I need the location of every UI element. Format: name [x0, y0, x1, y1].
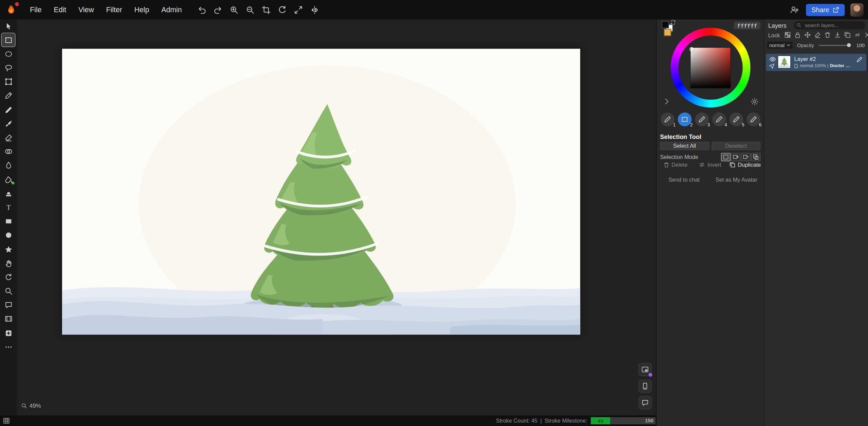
clipping-group-button[interactable] [864, 32, 868, 38]
paintbrush-icon [4, 120, 13, 128]
menu-edit[interactable]: Edit [48, 0, 73, 19]
hex-color-field[interactable] [734, 22, 760, 29]
transform-tool[interactable] [2, 75, 15, 88]
opacity-slider[interactable] [818, 45, 849, 46]
layer-row-selected[interactable]: Layer #2 normal 100% | Doctor … [766, 54, 866, 71]
zoom-in-button[interactable] [228, 4, 240, 16]
delete-selection-button[interactable]: Delete [658, 162, 693, 168]
reference-window-button[interactable] [638, 363, 652, 376]
comment-tool[interactable] [2, 299, 15, 312]
lasso-icon [4, 64, 13, 72]
reference-icon [641, 366, 649, 373]
more-tools[interactable] [2, 340, 15, 353]
layer-locate-button[interactable] [769, 63, 775, 69]
chat-panel-button[interactable] [638, 396, 652, 409]
saturation-value-marker[interactable] [690, 47, 694, 52]
brush-slot-1[interactable]: 1 [661, 113, 675, 126]
hand-tool[interactable] [2, 257, 15, 270]
select-all-button[interactable]: Select All [660, 142, 709, 150]
layer-search-input[interactable] [804, 22, 862, 29]
invert-selection-button[interactable]: Invert [693, 162, 728, 168]
canvas-viewport[interactable]: 49% [17, 19, 656, 415]
menu-help[interactable]: Help [128, 0, 155, 19]
layer-visibility-toggle[interactable] [769, 57, 776, 62]
hue-marker[interactable] [708, 29, 713, 34]
share-button[interactable]: Share [806, 4, 845, 16]
star-shape-tool[interactable] [2, 243, 15, 256]
eraser-tool[interactable] [2, 131, 15, 144]
foreground-color-swatch[interactable] [662, 21, 669, 28]
app-logo[interactable] [4, 2, 18, 17]
rotate-icon [4, 273, 13, 282]
table-view-button[interactable] [3, 417, 10, 424]
blend-tool[interactable] [2, 145, 15, 158]
clear-layer-button[interactable] [814, 32, 821, 38]
send-to-chat-button[interactable]: Send to chat [658, 177, 710, 183]
user-avatar[interactable] [850, 3, 864, 16]
redo-button[interactable] [212, 4, 224, 16]
brush-slot-6[interactable]: 6 [747, 113, 760, 126]
frames-tool[interactable] [2, 312, 15, 326]
menu-filter[interactable]: Filter [100, 0, 128, 19]
rotate-canvas-button[interactable] [276, 4, 288, 16]
merge-down-button[interactable] [834, 32, 841, 38]
saturation-value-picker[interactable] [690, 47, 731, 89]
lock-transparency-button[interactable] [784, 32, 791, 38]
marquee-select-tool[interactable] [2, 33, 15, 46]
selection-mode-replace[interactable] [721, 153, 731, 161]
pen-tool[interactable] [2, 89, 15, 102]
selection-mode-intersect[interactable] [751, 153, 760, 161]
clone-stamp-tool[interactable] [2, 187, 15, 200]
ellipse-select-tool[interactable] [2, 47, 15, 61]
layer-search-box[interactable] [794, 21, 865, 29]
brush-slot-3[interactable]: 3 [695, 113, 709, 126]
milestone-progress-fill: 45 [591, 417, 610, 424]
lock-layer-button[interactable] [794, 32, 801, 38]
brush-slot-2[interactable]: 2 [678, 113, 692, 126]
delete-layer-button[interactable] [824, 32, 831, 38]
crop-canvas-button[interactable] [260, 4, 272, 16]
layer-rename-button[interactable] [856, 57, 863, 63]
invite-user-button[interactable] [788, 4, 801, 16]
rectangle-shape-tool[interactable] [2, 215, 15, 228]
deselect-button[interactable]: Deselect [711, 142, 760, 150]
menu-file[interactable]: File [24, 0, 47, 19]
smudge-tool[interactable] [2, 159, 15, 172]
zoom-tool[interactable] [2, 284, 15, 298]
lock-position-button[interactable] [804, 32, 811, 38]
link-layer-button[interactable] [854, 32, 861, 38]
duplicate-selection-button[interactable]: Duplicate [728, 162, 763, 168]
undo-button[interactable] [196, 4, 208, 16]
text-tool[interactable]: T [2, 201, 15, 214]
secondary-color-swatch[interactable] [664, 29, 671, 36]
selection-mode-subtract[interactable] [741, 153, 751, 161]
add-element-tool[interactable] [2, 326, 15, 340]
pencil-tool[interactable] [2, 103, 15, 116]
set-as-avatar-button[interactable]: Set as My Avatar [710, 177, 763, 183]
mobile-companion-button[interactable] [638, 380, 652, 393]
zoom-out-button[interactable] [244, 4, 256, 16]
ellipse-shape-tool[interactable] [2, 229, 15, 242]
brush-slot-4[interactable]: 4 [712, 113, 726, 126]
crop-icon [262, 5, 271, 14]
fill-tool[interactable] [2, 173, 15, 186]
duplicate-layer-button[interactable] [844, 32, 851, 38]
hex-color-input[interactable] [734, 22, 760, 29]
menu-admin[interactable]: Admin [155, 0, 188, 19]
blend-mode-dropdown[interactable]: normal [767, 42, 792, 49]
color-settings-button[interactable] [750, 98, 759, 106]
menu-view[interactable]: View [72, 0, 100, 19]
rotate-view-tool[interactable] [2, 270, 15, 284]
opacity-slider-handle[interactable] [847, 43, 851, 47]
chevron-down-icon [787, 43, 790, 47]
brush-slot-5[interactable]: 5 [729, 113, 743, 126]
selection-mode-add[interactable] [731, 153, 740, 161]
drawing-canvas[interactable] [62, 49, 580, 334]
flip-canvas-button[interactable] [308, 4, 321, 16]
paintbrush-tool[interactable] [2, 117, 15, 130]
move-tool[interactable] [2, 19, 15, 33]
fullscreen-button[interactable] [292, 4, 304, 16]
lasso-tool[interactable] [2, 61, 15, 75]
collapse-wheel-button[interactable] [664, 98, 669, 105]
zoom-indicator[interactable]: 49% [21, 402, 41, 409]
